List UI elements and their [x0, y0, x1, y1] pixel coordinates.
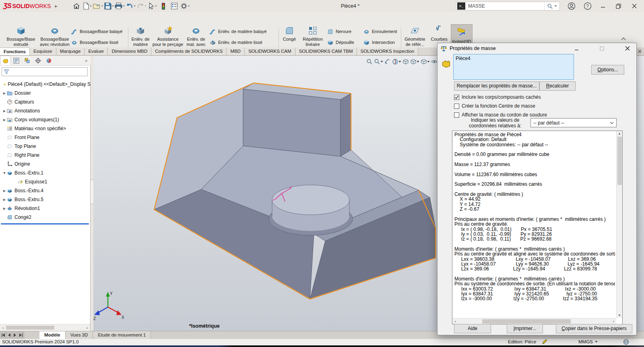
checkbox-create-com[interactable]: Créer la fonction Centre de masse	[454, 103, 535, 109]
print-button[interactable]: Imprimer...	[507, 324, 543, 333]
selected-item-field[interactable]: Pièce4	[453, 54, 574, 80]
tree-item-corps-volumiques[interactable]: ▶Corps volumiques(1)	[0, 115, 91, 124]
last-tab-button[interactable]	[18, 331, 24, 339]
ribbon-intersect-button[interactable]: Intersection	[363, 37, 399, 47]
manager-tabs-overflow-chevron[interactable]: »	[85, 58, 91, 63]
previous-view-icon[interactable]	[384, 58, 391, 65]
scroll-right-arrow[interactable]: ›	[611, 319, 616, 324]
scroll-up-arrow[interactable]: ▲	[618, 132, 621, 135]
results-horizontal-scrollbar[interactable]: ‹ ›	[452, 318, 616, 324]
tree-item-materiau[interactable]: Matériau <non spécifié>	[0, 124, 91, 133]
tab-dimensions-mbd[interactable]: Dimensions MBD	[108, 48, 151, 55]
next-tab-button[interactable]	[12, 331, 18, 339]
scrollbar-thumb[interactable]	[617, 137, 622, 185]
options-button[interactable]: Options...	[591, 65, 624, 75]
doc-tab-vues-3d[interactable]: Vues 3D	[66, 331, 93, 339]
zoom-fit-icon[interactable]	[366, 58, 373, 65]
tree-item-origine[interactable]: Origine	[0, 160, 91, 168]
expand-arrow[interactable]: ▶	[2, 207, 7, 210]
dialog-title-bar[interactable]: Propriétés de masse	[438, 43, 636, 54]
minimize-button[interactable]	[597, 0, 609, 12]
search-input[interactable]: MASSE	[468, 3, 544, 9]
rebuild-traffic-light-icon[interactable]	[158, 1, 169, 11]
task-list-icon[interactable]	[169, 1, 180, 11]
configuration-manager-tab[interactable]	[22, 56, 33, 65]
checkbox-weld-bead-mass[interactable]: Afficher la masse du cordon de soudure	[454, 112, 547, 118]
help-icon[interactable]: ?	[581, 0, 594, 12]
tree-item-capteurs[interactable]: Capteurs	[0, 98, 91, 106]
tab-solidworks-cam[interactable]: SOLIDWORKS CAM	[245, 48, 295, 55]
doc-tab-modele[interactable]: Modèle	[39, 331, 66, 339]
help-button[interactable]: Aide	[454, 324, 491, 333]
scroll-right-arrow[interactable]: ›	[84, 325, 90, 330]
expand-arrow[interactable]: ▶	[2, 118, 7, 122]
expand-arrow[interactable]: ▶	[2, 189, 7, 193]
undo-icon[interactable]: ▼	[126, 1, 136, 11]
dynamic-annotation-views-icon[interactable]	[402, 58, 409, 65]
tree-item-boss-extru4[interactable]: ▶Boss.-Extru.4	[0, 186, 91, 195]
select-cursor-icon[interactable]: ▼	[147, 1, 158, 11]
status-units[interactable]: MMGS	[578, 339, 593, 344]
scrollbar-thumb[interactable]	[482, 319, 571, 324]
scrollbar-thumb[interactable]	[6, 326, 54, 330]
settings-gear-icon[interactable]: ▼	[180, 1, 191, 11]
tree-item-revolution1[interactable]: ▶Révolution1	[0, 204, 91, 213]
tab-fonctions[interactable]: Fonctions	[0, 48, 30, 55]
property-manager-tab[interactable]	[11, 56, 22, 65]
feature-manager-tab[interactable]	[0, 56, 11, 65]
ribbon-draft-button[interactable]: Dépouille	[327, 37, 361, 47]
recalculate-button[interactable]: Recalculer	[539, 81, 576, 91]
tree-root-item[interactable]: Pièce4 (Default) <<Default>_Display S	[0, 80, 91, 89]
print-icon[interactable]: ▼	[115, 1, 126, 11]
tree-item-annotations[interactable]: ▶Annotations	[0, 106, 91, 115]
results-vertical-scrollbar[interactable]: ▲ ▼	[616, 131, 622, 318]
checkbox-unchecked[interactable]	[454, 112, 459, 118]
ribbon-cut-sweep-button[interactable]: Enlèv. de matière balayé	[209, 27, 278, 36]
tree-item-right-plane[interactable]: Right Plane	[0, 151, 91, 160]
scroll-left-arrow[interactable]: ‹	[452, 319, 458, 324]
custom-properties-pencil-icon[interactable]	[542, 339, 547, 345]
expand-arrow[interactable]: ▶	[2, 109, 7, 113]
ribbon-cut-loft-button[interactable]: Enlèv. de matière lissé	[209, 37, 278, 47]
save-icon[interactable]: ▼	[104, 1, 115, 11]
3dexperience-globe-icon[interactable]	[623, 339, 629, 345]
open-icon[interactable]: ▼	[93, 1, 104, 11]
mass-properties-results-box[interactable]: Propriétés de masse de Pièce4 Configurat…	[452, 131, 623, 324]
search-box[interactable]: >_ MASSE	[456, 2, 560, 10]
collapse-arrow[interactable]: ▼	[2, 171, 7, 175]
restore-button[interactable]	[612, 0, 625, 12]
tab-evaluer[interactable]: Evaluer	[85, 48, 108, 55]
tree-item-esquisse1[interactable]: Esquisse1	[0, 177, 91, 186]
rollback-bar[interactable]	[1, 223, 89, 224]
copy-to-clipboard-button[interactable]: Copier dans le Presse-papiers	[556, 324, 632, 333]
close-tab-icon[interactable]	[638, 48, 644, 55]
scroll-left-arrow[interactable]: ‹	[0, 325, 6, 330]
view-orientation-icon[interactable]	[410, 58, 419, 65]
scroll-down-arrow[interactable]: ▼	[618, 314, 621, 317]
doc-tab-etude-mouvement[interactable]: Etude de mouvement 1	[93, 331, 151, 339]
tree-item-boss-extru1[interactable]: ▼Boss.-Extru.1	[0, 168, 91, 177]
account-icon[interactable]	[565, 0, 578, 12]
collapse-ribbon-chevron-icon[interactable]	[621, 37, 626, 41]
tree-item-dossier[interactable]: ▶Dossier	[0, 89, 91, 98]
tree-filter-input[interactable]	[2, 67, 88, 76]
tab-complements[interactable]: Compléments de SOLIDWORKS	[151, 48, 227, 55]
tree-horizontal-scrollbar[interactable]: ‹ ›	[0, 324, 90, 330]
display-manager-tab[interactable]	[43, 56, 54, 65]
ribbon-wrap-button[interactable]: Enroulement	[363, 27, 399, 36]
home-icon[interactable]	[71, 1, 82, 11]
override-mass-properties-button[interactable]: Remplacer les propriétés de masse...	[454, 81, 539, 91]
section-view-icon[interactable]	[392, 58, 401, 65]
checkbox-include-hidden[interactable]: Inclure les corps/composants cachés	[454, 94, 541, 100]
dialog-close-button[interactable]	[619, 43, 636, 54]
dialog-minimize-button[interactable]	[568, 43, 584, 54]
zoom-area-icon[interactable]	[374, 58, 383, 65]
previous-tab-button[interactable]	[6, 331, 12, 339]
part-model[interactable]	[154, 83, 436, 299]
coordinate-system-dropdown[interactable]: -- par défaut --	[530, 118, 617, 127]
tab-solidworks-inspection[interactable]: SOLIDWORKS Inspection	[357, 48, 419, 55]
search-submit[interactable]	[544, 2, 559, 10]
tree-item-boss-extru5[interactable]: ▶Boss.-Extru.5	[0, 195, 91, 204]
first-tab-button[interactable]	[0, 331, 6, 339]
display-style-icon[interactable]	[421, 58, 430, 65]
